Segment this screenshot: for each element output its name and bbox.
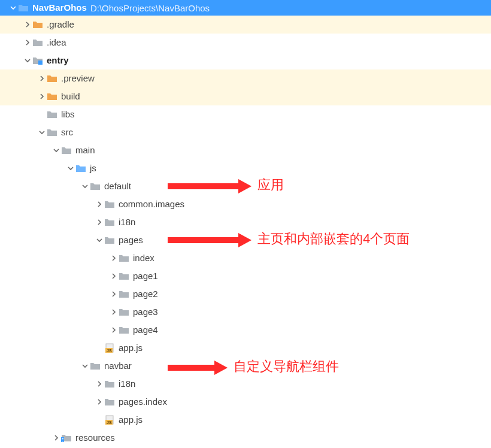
tree-item-label: libs [61,105,75,123]
tree-row[interactable]: JS app.js [0,339,491,357]
tree-item-label: page1 [133,267,158,285]
folder-grey-icon [47,128,57,137]
tree-disclosure-icon[interactable] [109,289,119,299]
tree-row[interactable]: .idea [0,34,491,52]
tree-disclosure-icon[interactable] [95,235,104,245]
tree-disclosure-icon[interactable] [109,307,119,317]
folder-grey-icon [104,379,115,389]
folder-orange-icon [47,74,57,83]
tree-disclosure-icon[interactable] [80,181,90,191]
tree-disclosure-icon[interactable] [109,325,119,335]
folder-grey-icon [119,307,129,317]
folder-grey-icon [104,217,115,227]
tree-item-label: src [61,123,73,141]
tree-item-label: NavBarOhos [32,0,87,17]
tree-disclosure-icon[interactable] [37,128,47,137]
folder-grey-icon [119,253,129,263]
svg-rect-8 [62,438,63,439]
tree-disclosure-icon[interactable] [37,92,47,101]
folder-grey-icon [90,361,101,371]
tree-item-label: build [61,87,80,105]
folder-grey-icon [104,397,115,407]
tree-row[interactable]: page4 [0,321,491,339]
file-js-icon: JS [104,343,115,353]
folder-grey-icon [90,181,101,191]
tree-row[interactable]: libs [0,105,491,123]
tree-row[interactable]: .gradle [0,16,491,34]
tree-item-label: common.images [119,195,184,213]
tree-row[interactable]: page3 [0,303,491,321]
tree-item-label: i18n [119,375,135,393]
tree-item-label: index [133,249,154,267]
tree-row[interactable]: JS app.js [0,411,491,429]
tree-row[interactable]: js [0,159,491,177]
tree-item-label: pages.index [119,393,167,411]
tree-disclosure-icon[interactable] [95,397,104,407]
tree-item-label: app.js [119,339,143,357]
tree-disclosure-icon[interactable] [23,38,32,47]
tree-disclosure-icon[interactable] [51,146,61,155]
tree-disclosure-icon[interactable] [109,253,119,263]
svg-text:JS: JS [107,349,112,353]
tree-disclosure-icon[interactable] [95,379,104,389]
tree-row[interactable]: resources [0,429,491,447]
tree-item-label: js [90,159,96,177]
tree-row[interactable]: build [0,87,491,105]
tree-row[interactable]: main [0,141,491,159]
tree-row[interactable]: page1 [0,267,491,285]
tree-item-label: i18n [119,213,135,231]
folder-orange-icon [32,20,43,29]
tree-row[interactable]: pages [0,231,491,249]
resources-icon [61,433,72,443]
tree-item-label: main [75,141,95,159]
tree-disclosure-icon[interactable] [109,271,119,281]
tree-row[interactable]: i18n [0,375,491,393]
module-blue-icon [32,56,43,65]
tree-row[interactable]: navbar [0,357,491,375]
tree-item-label: navbar [104,357,132,375]
tree-disclosure-icon[interactable] [66,164,75,173]
tree-disclosure-icon[interactable] [80,361,90,371]
svg-rect-9 [62,440,63,440]
tree-item-label: .preview [61,69,95,87]
tree-disclosure-icon[interactable] [95,199,104,209]
file-js-icon: JS [104,415,115,425]
tree-row[interactable]: pages.index [0,393,491,411]
tree-disclosure-icon[interactable] [8,3,18,13]
svg-text:JS: JS [107,420,112,425]
tree-row[interactable]: i18n [0,213,491,231]
tree-item-label: .gradle [47,16,74,34]
tree-item-label: app.js [119,411,143,429]
svg-rect-0 [38,60,43,65]
folder-grey-icon [119,289,129,299]
tree-disclosure-icon[interactable] [23,20,32,29]
folder-grey-icon [119,271,129,281]
tree-item-label: page4 [133,321,158,339]
folder-blue-icon [75,164,86,173]
tree-item-label: default [104,177,131,195]
svg-rect-10 [62,441,63,441]
folder-grey-icon [119,325,129,335]
tree-item-label: pages [119,231,143,249]
tree-row[interactable]: index [0,249,491,267]
tree-disclosure-icon[interactable] [37,74,47,83]
project-root-row[interactable]: NavBarOhosD:\OhosProjects\NavBarOhos [0,0,491,16]
project-path: D:\OhosProjects\NavBarOhos [90,3,210,13]
tree-row[interactable]: entry [0,52,491,69]
tree-row[interactable]: .preview [0,69,491,87]
folder-grey-icon [61,146,72,155]
tree-disclosure-icon[interactable] [23,56,32,65]
tree-disclosure-icon[interactable] [51,433,61,443]
tree-row[interactable]: src [0,123,491,141]
tree-item-label: .idea [47,34,66,52]
folder-grey-icon [104,235,115,245]
tree-row[interactable]: common.images [0,195,491,213]
tree-row[interactable]: default [0,177,491,195]
tree-item-label: entry [47,52,69,69]
tree-item-label: resources [75,429,115,447]
tree-item-label: page2 [133,285,158,303]
tree-item-label: page3 [133,303,158,321]
tree-row[interactable]: page2 [0,285,491,303]
folder-grey-icon [47,110,57,119]
tree-disclosure-icon[interactable] [95,217,104,227]
